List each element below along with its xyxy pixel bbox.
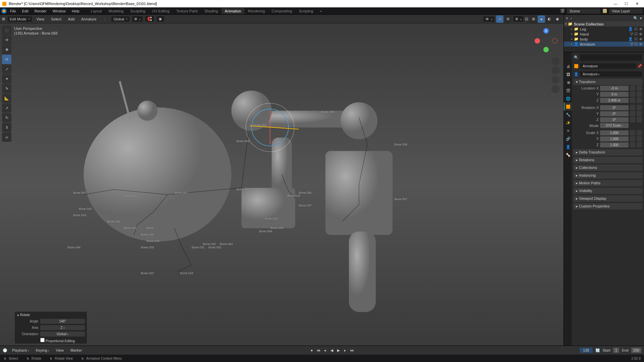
ws-sculpting[interactable]: Sculpting bbox=[127, 8, 149, 14]
nav-gizmo[interactable]: Z bbox=[533, 27, 559, 54]
axis-z-icon[interactable]: Z bbox=[543, 28, 549, 34]
sync-icon[interactable]: 🔄 bbox=[595, 348, 600, 353]
ptab-physics-icon[interactable]: ⚛ bbox=[564, 127, 572, 135]
minimize-button[interactable]: — bbox=[610, 2, 621, 6]
ws-modeling[interactable]: Modeling bbox=[105, 8, 127, 14]
shade-solid-icon[interactable]: ● bbox=[538, 15, 545, 23]
tool-extrude[interactable]: ➚ bbox=[2, 103, 11, 113]
menu-render[interactable]: Render bbox=[32, 8, 49, 14]
shade-wire-icon[interactable]: ⊞ bbox=[530, 15, 537, 23]
outliner-item[interactable]: ▸📁body👤☑👁 bbox=[564, 37, 644, 42]
ws-shading[interactable]: Shading bbox=[201, 8, 221, 14]
current-frame[interactable]: 135 bbox=[580, 348, 592, 353]
tool-transform[interactable]: ✦ bbox=[2, 74, 11, 83]
ws-animation[interactable]: Animation bbox=[221, 8, 245, 14]
overlay-toggle-icon[interactable]: ⊚ bbox=[504, 15, 512, 23]
prop-edit-checkbox[interactable] bbox=[40, 338, 45, 342]
pan-icon[interactable] bbox=[551, 66, 559, 74]
vp-add[interactable]: Add bbox=[66, 16, 77, 22]
panel-collections[interactable]: ▸ Collections bbox=[573, 165, 643, 171]
panel-visibility[interactable]: ▸ Visibility bbox=[573, 188, 643, 194]
outliner-filter-dropdown[interactable]: ▾ bbox=[640, 16, 642, 20]
scene-select[interactable]: Scene bbox=[567, 8, 600, 14]
panel-instancing[interactable]: ▸ Instancing bbox=[573, 172, 643, 179]
panel-transform-header[interactable]: ▾ Transform bbox=[573, 79, 643, 85]
ptab-viewlayer-icon[interactable]: 🖥 bbox=[564, 78, 572, 86]
zoom-icon[interactable] bbox=[551, 57, 559, 65]
outliner-filter-icon[interactable]: 🔍 bbox=[633, 16, 638, 20]
lock-icon[interactable] bbox=[630, 85, 635, 91]
ptab-data-icon[interactable]: 👤 bbox=[564, 143, 572, 151]
keying-menu[interactable]: Keying bbox=[34, 348, 51, 353]
loc-y[interactable]: 0 m bbox=[600, 92, 629, 97]
overlay-dropdown[interactable]: ⊕ bbox=[513, 16, 524, 22]
play-reverse-icon[interactable]: ◀ bbox=[329, 347, 335, 353]
ptab-constraints-icon[interactable]: 🔗 bbox=[564, 135, 572, 143]
ws-add[interactable]: + bbox=[317, 8, 325, 14]
view-menu[interactable]: View bbox=[54, 348, 66, 353]
tool-bone-size[interactable]: ⇕ bbox=[2, 123, 11, 132]
playback-menu[interactable]: Playback bbox=[10, 348, 31, 353]
vp-view[interactable]: View bbox=[35, 16, 47, 22]
keyframe-next-icon[interactable]: ▸ bbox=[342, 347, 348, 353]
jump-start-icon[interactable]: ⏮ bbox=[315, 347, 321, 353]
maximize-button[interactable]: ☐ bbox=[621, 2, 631, 6]
ws-layout[interactable]: Layout bbox=[88, 8, 105, 14]
pin-icon[interactable]: 📌 bbox=[637, 64, 642, 68]
mode-dropdown[interactable]: Edit Mode bbox=[8, 16, 32, 22]
rot-mode[interactable]: XYZ Euler bbox=[600, 123, 629, 128]
ptab-render-icon[interactable]: 🖨 bbox=[564, 62, 572, 70]
loc-x[interactable]: -0 m bbox=[600, 86, 629, 91]
rot-x[interactable]: 0° bbox=[600, 105, 629, 110]
loc-z[interactable]: 2.406 m bbox=[600, 98, 629, 103]
ptab-object-icon[interactable]: 🟧 bbox=[564, 103, 572, 111]
ptab-modifier-icon[interactable]: 🔧 bbox=[564, 111, 572, 119]
outliner-root[interactable]: ▾📁Scene Collection bbox=[564, 21, 644, 26]
ws-rendering[interactable]: Rendering bbox=[245, 8, 268, 14]
ortho-icon[interactable] bbox=[551, 85, 559, 93]
ptab-output-icon[interactable]: 🖼 bbox=[564, 70, 572, 78]
ws-compositing[interactable]: Compositing bbox=[268, 8, 296, 14]
props-data-name[interactable]: Armature bbox=[580, 71, 642, 77]
tool-scale[interactable]: ⤢ bbox=[2, 64, 11, 74]
props-search-input[interactable] bbox=[580, 54, 642, 61]
xray-toggle-icon[interactable]: ⊡ bbox=[525, 17, 528, 21]
vp-select[interactable]: Select bbox=[49, 16, 63, 22]
shade-matprev-icon[interactable]: ◐ bbox=[546, 15, 553, 23]
timeline-type-icon[interactable]: 🕐 bbox=[3, 348, 7, 353]
panel-custom[interactable]: ▸ Custom Properties bbox=[573, 203, 643, 209]
3d-viewport[interactable]: Bone.005 Bone.058 Bone.004 Bone.006 Bone… bbox=[0, 23, 564, 346]
outliner-item[interactable]: ▸📁Leg👤☑👁 bbox=[564, 26, 644, 32]
end-frame[interactable]: 250 bbox=[631, 348, 641, 353]
menu-help[interactable]: Help bbox=[69, 8, 82, 14]
pivot-dropdown[interactable]: ⊕ bbox=[132, 16, 143, 22]
ptab-bone-icon[interactable]: 🦴 bbox=[564, 151, 572, 159]
tool-cursor[interactable]: ✛ bbox=[2, 35, 11, 45]
play-icon[interactable]: ▶ bbox=[335, 347, 341, 353]
editor-type-icon[interactable]: ⊞ bbox=[2, 17, 5, 21]
axis-neg-x-icon[interactable] bbox=[552, 38, 557, 44]
start-frame[interactable]: 1 bbox=[613, 348, 619, 353]
menu-window[interactable]: Window bbox=[50, 8, 68, 14]
panel-relations[interactable]: ▸ Relations bbox=[573, 157, 643, 163]
props-search-icon[interactable]: 🔍 bbox=[574, 55, 579, 60]
shade-rendered-icon[interactable]: ◉ bbox=[554, 15, 561, 23]
ptab-world-icon[interactable]: 🌐 bbox=[564, 95, 572, 103]
tool-move[interactable]: ✥ bbox=[2, 45, 11, 54]
outliner-item[interactable]: ▸📁Hand▽☑👁 bbox=[564, 32, 644, 37]
viewlayer-select[interactable]: View Layer bbox=[609, 8, 643, 14]
tool-annotate[interactable]: ✎ bbox=[2, 84, 11, 93]
marker-menu[interactable]: Marker bbox=[68, 348, 84, 353]
rot-z[interactable]: 0° bbox=[600, 117, 629, 122]
axis-x-icon[interactable] bbox=[535, 38, 540, 44]
visibility-dropdown[interactable]: 👁 bbox=[483, 16, 494, 22]
scl-y[interactable]: 1.000 bbox=[600, 136, 629, 141]
tool-select[interactable]: ⬚ bbox=[2, 25, 11, 35]
tool-shear[interactable]: ▱ bbox=[2, 132, 11, 142]
ptab-scene-icon[interactable]: 🎬 bbox=[564, 86, 572, 95]
ws-scripting[interactable]: Scripting bbox=[296, 8, 317, 14]
outliner-item-selected[interactable]: ▸👤Armature▽☑👁 bbox=[564, 42, 644, 47]
menu-file[interactable]: File bbox=[7, 8, 19, 14]
tool-measure[interactable]: 📐 bbox=[2, 94, 11, 103]
ws-texpaint[interactable]: Texture Paint bbox=[173, 8, 201, 14]
